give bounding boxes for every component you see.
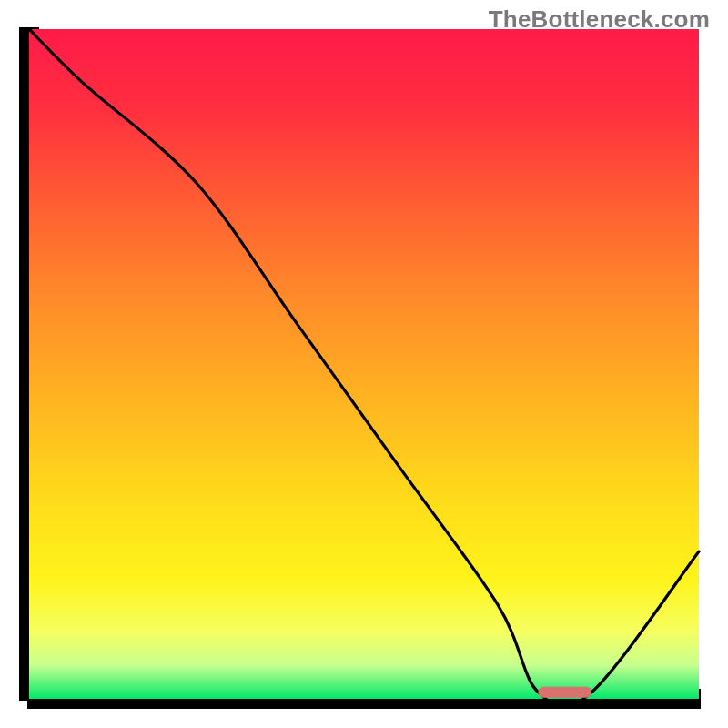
- chart-svg: [0, 0, 728, 728]
- optimal-band-marker: [538, 687, 592, 698]
- chart-container: TheBottleneck.com: [0, 0, 728, 728]
- gradient-bg: [29, 29, 699, 699]
